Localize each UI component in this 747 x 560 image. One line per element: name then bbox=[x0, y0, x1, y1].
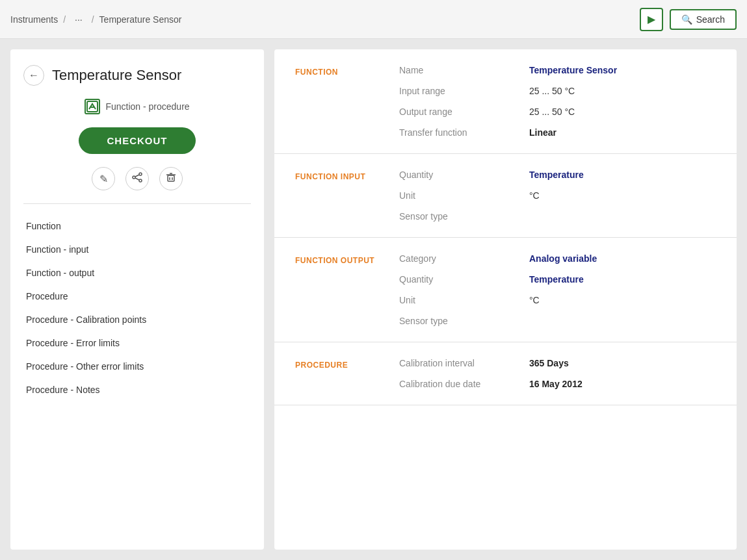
field-row: Input range25 ... 50 °C bbox=[399, 86, 716, 96]
svg-point-3 bbox=[133, 176, 135, 179]
field-label: Input range bbox=[399, 86, 529, 96]
section-fields: QuantityTemperatureUnit°CSensor type bbox=[399, 170, 716, 222]
field-label: Output range bbox=[399, 107, 529, 117]
breadcrumb-root[interactable]: Instruments bbox=[10, 14, 58, 25]
field-value: Temperature bbox=[529, 170, 584, 180]
action-icons-group: ✎ bbox=[23, 167, 251, 190]
field-label: Sensor type bbox=[399, 316, 529, 326]
nav-item[interactable]: Function - output bbox=[23, 261, 251, 285]
edit-icon: ✎ bbox=[99, 173, 108, 185]
breadcrumb: Instruments / ··· / Temperature Sensor bbox=[10, 13, 181, 26]
nav-item[interactable]: Procedure bbox=[23, 285, 251, 308]
function-procedure-label: Function - procedure bbox=[105, 101, 189, 112]
field-value: Temperature bbox=[529, 274, 584, 285]
field-row: Output range25 ... 50 °C bbox=[399, 107, 716, 117]
play-button[interactable]: ▶ bbox=[640, 8, 663, 31]
field-label: Transfer function bbox=[399, 127, 529, 138]
divider bbox=[23, 203, 251, 204]
section-label: FUNCTION OUTPUT bbox=[295, 253, 399, 326]
field-row: Calibration interval365 Days bbox=[399, 358, 716, 368]
left-panel: ← Temperature Sensor Function - procedur… bbox=[10, 49, 264, 550]
breadcrumb-ellipsis[interactable]: ··· bbox=[71, 13, 86, 26]
field-value: Temperature Sensor bbox=[529, 65, 617, 75]
back-button[interactable]: ← bbox=[23, 65, 44, 86]
panel-header: ← Temperature Sensor bbox=[23, 65, 251, 86]
search-icon: 🔍 bbox=[681, 14, 692, 25]
section-label: FUNCTION INPUT bbox=[295, 170, 399, 222]
delete-button[interactable] bbox=[159, 167, 183, 190]
section-function-output: FUNCTION OUTPUTCategoryAnalog variableQu… bbox=[274, 238, 737, 342]
breadcrumb-sep2: / bbox=[92, 14, 94, 25]
field-value: 25 ... 50 °C bbox=[529, 107, 575, 117]
back-icon: ← bbox=[29, 70, 39, 81]
svg-rect-7 bbox=[168, 175, 174, 181]
field-row: Unit°C bbox=[399, 295, 716, 305]
svg-line-5 bbox=[135, 175, 139, 177]
field-row: Transfer functionLinear bbox=[399, 127, 716, 138]
breadcrumb-sep1: / bbox=[63, 14, 66, 25]
field-value: Linear bbox=[529, 127, 557, 138]
svg-point-2 bbox=[139, 173, 142, 175]
svg-line-6 bbox=[135, 178, 139, 180]
edit-button[interactable]: ✎ bbox=[92, 167, 115, 190]
breadcrumb-current: Temperature Sensor bbox=[99, 14, 182, 25]
function-procedure-icon bbox=[85, 99, 100, 114]
header-actions: ▶ 🔍 Search bbox=[640, 8, 737, 31]
section-label: PROCEDURE bbox=[295, 358, 399, 389]
field-value: 25 ... 50 °C bbox=[529, 86, 575, 96]
search-button[interactable]: 🔍 Search bbox=[670, 9, 737, 30]
nav-item[interactable]: Procedure - Error limits bbox=[23, 331, 251, 355]
play-icon: ▶ bbox=[648, 13, 655, 25]
field-label: Unit bbox=[399, 190, 529, 201]
field-row: NameTemperature Sensor bbox=[399, 65, 716, 75]
field-row: Calibration due date16 May 2012 bbox=[399, 379, 716, 389]
field-row: QuantityTemperature bbox=[399, 170, 716, 180]
nav-item[interactable]: Function - input bbox=[23, 238, 251, 261]
field-label: Category bbox=[399, 253, 529, 264]
field-value: °C bbox=[529, 295, 540, 305]
delete-icon bbox=[166, 172, 176, 185]
nav-item[interactable]: Procedure - Calibration points bbox=[23, 308, 251, 331]
panel-title: Temperature Sensor bbox=[52, 67, 181, 84]
app-header: Instruments / ··· / Temperature Sensor ▶… bbox=[0, 0, 747, 39]
section-function: FUNCTIONNameTemperature SensorInput rang… bbox=[274, 49, 737, 154]
section-label: FUNCTION bbox=[295, 65, 399, 138]
main-container: ← Temperature Sensor Function - procedur… bbox=[0, 39, 747, 560]
field-value: °C bbox=[529, 190, 540, 201]
field-label: Sensor type bbox=[399, 211, 529, 222]
section-function-input: FUNCTION INPUTQuantityTemperatureUnit°CS… bbox=[274, 154, 737, 238]
section-fields: CategoryAnalog variableQuantityTemperatu… bbox=[399, 253, 716, 326]
nav-item[interactable]: Function bbox=[23, 214, 251, 238]
checkout-button[interactable]: CHECKOUT bbox=[79, 127, 196, 154]
field-label: Name bbox=[399, 65, 529, 75]
field-label: Calibration due date bbox=[399, 379, 529, 389]
nav-item[interactable]: Procedure - Notes bbox=[23, 378, 251, 401]
section-fields: NameTemperature SensorInput range25 ... … bbox=[399, 65, 716, 138]
field-label: Quantity bbox=[399, 274, 529, 285]
section-fields: Calibration interval365 DaysCalibration … bbox=[399, 358, 716, 389]
field-value: 16 May 2012 bbox=[529, 379, 583, 389]
field-row: QuantityTemperature bbox=[399, 274, 716, 285]
nav-list: FunctionFunction - inputFunction - outpu… bbox=[23, 214, 251, 401]
function-procedure-badge: Function - procedure bbox=[23, 99, 251, 114]
field-value: Analog variable bbox=[529, 253, 597, 264]
right-panel: FUNCTIONNameTemperature SensorInput rang… bbox=[274, 49, 737, 550]
field-value: 365 Days bbox=[529, 358, 569, 368]
svg-point-4 bbox=[139, 179, 142, 182]
field-row: Unit°C bbox=[399, 190, 716, 201]
field-row: Sensor type bbox=[399, 316, 716, 326]
share-icon bbox=[132, 172, 142, 185]
field-label: Calibration interval bbox=[399, 358, 529, 368]
field-label: Quantity bbox=[399, 170, 529, 180]
share-button[interactable] bbox=[125, 167, 149, 190]
field-row: CategoryAnalog variable bbox=[399, 253, 716, 264]
field-row: Sensor type bbox=[399, 211, 716, 222]
nav-item[interactable]: Procedure - Other error limits bbox=[23, 355, 251, 378]
section-procedure: PROCEDURECalibration interval365 DaysCal… bbox=[274, 342, 737, 405]
search-label: Search bbox=[696, 14, 725, 25]
field-label: Unit bbox=[399, 295, 529, 305]
